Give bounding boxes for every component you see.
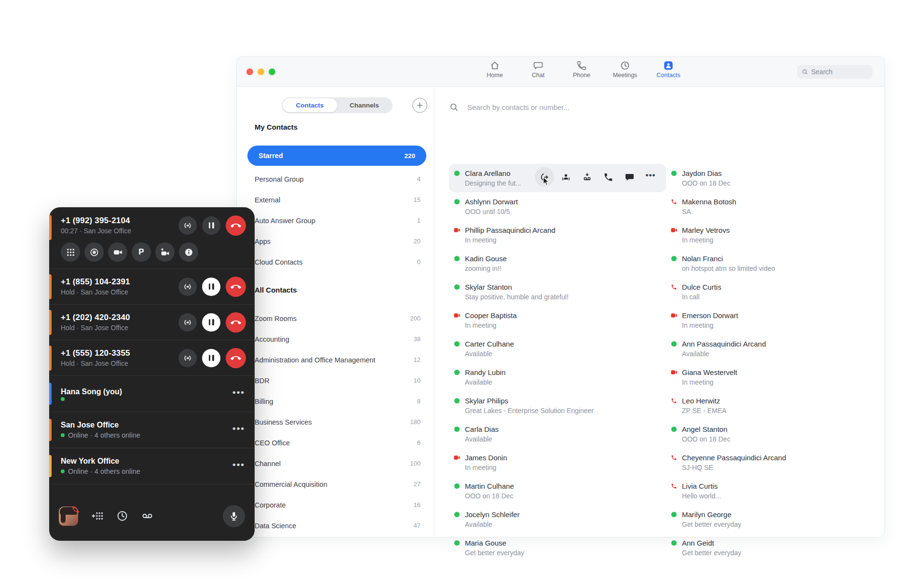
- sidebar-group-item[interactable]: Starred 220: [247, 146, 426, 166]
- contact-row[interactable]: Marley Vetrovs In meeting: [666, 221, 880, 249]
- contact-row[interactable]: Carter Culhane Available: [449, 334, 666, 363]
- end-call-button[interactable]: [226, 277, 246, 297]
- phone-line-row[interactable]: Hana Song (you) •••: [49, 376, 255, 412]
- sidebar-group-item[interactable]: External 15: [247, 189, 426, 210]
- park-button[interactable]: P: [132, 242, 151, 262]
- contact-row[interactable]: Leo Herwitz ZP SE - EMEA: [666, 391, 880, 420]
- tab-phone[interactable]: Phone: [560, 60, 603, 79]
- avatar[interactable]: [59, 507, 78, 526]
- tab-chat[interactable]: Chat: [516, 60, 560, 79]
- contact-row[interactable]: Skylar Philips Great Lakes - Enterprise …: [449, 391, 666, 420]
- contact-row[interactable]: James Donin In meeting: [449, 448, 666, 477]
- tab-contacts[interactable]: Contacts: [647, 60, 690, 79]
- contact-row[interactable]: Nolan Franci on hotspot atm so limited v…: [666, 249, 880, 278]
- phone-line-row[interactable]: San Jose Office Online · 4 others online…: [49, 412, 255, 448]
- contact-row[interactable]: Carla Dias Available: [449, 420, 666, 448]
- call-row[interactable]: +1 (992) 395-2104 00:27 · San Jose Offic…: [49, 207, 255, 269]
- sidebar-group-item[interactable]: Auto Answer Group 1: [247, 210, 426, 231]
- sidebar-group-item[interactable]: Zoom Rooms 200: [247, 308, 426, 329]
- contact-row[interactable]: Ann Geidt Get better everyday: [666, 534, 880, 562]
- phone-line-row[interactable]: New York Office Online · 4 others online…: [49, 448, 255, 484]
- contacts-search-input[interactable]: [467, 103, 670, 111]
- info-button[interactable]: [179, 242, 198, 262]
- sidebar-group-item[interactable]: Cloud Contacts 0: [247, 252, 426, 272]
- contact-row[interactable]: Jaydon Dias OOO on 18 Dec: [666, 164, 880, 192]
- contact-row[interactable]: Livia Curtis Hello world...: [666, 477, 880, 505]
- contact-row[interactable]: Jocelyn Schleifer Available: [449, 505, 666, 534]
- sidebar-group-item[interactable]: Commercial Acquisition 27: [247, 474, 426, 494]
- end-call-button[interactable]: [226, 215, 246, 236]
- contact-row[interactable]: Giana Westervelt In meeting: [666, 363, 880, 391]
- transfer-call-button[interactable]: [178, 216, 197, 235]
- sidebar-group-item[interactable]: Corporate 16: [247, 494, 426, 515]
- sidebar-group-item[interactable]: Personal Group 4: [247, 169, 426, 189]
- meet-button[interactable]: [556, 167, 575, 187]
- sidebar-group-item[interactable]: BDR 10: [247, 370, 426, 391]
- contact-status: Stay positive, humble and grateful!: [465, 292, 569, 302]
- transfer-to-voicemail-button[interactable]: [577, 167, 597, 187]
- dialpad-add-button[interactable]: [91, 510, 103, 522]
- tab-meetings[interactable]: Meetings: [603, 60, 647, 79]
- transfer-call-button[interactable]: [178, 278, 197, 296]
- hold-button[interactable]: [202, 278, 220, 296]
- contact-row[interactable]: Skylar Stanton Stay positive, humble and…: [449, 278, 666, 306]
- hold-button[interactable]: [202, 216, 220, 235]
- tab-home[interactable]: Home: [473, 60, 516, 79]
- sidebar-group-item[interactable]: Channel 100: [247, 453, 426, 474]
- record-button[interactable]: [84, 242, 104, 262]
- tab-contacts-segment[interactable]: Contacts: [283, 98, 337, 112]
- sidebar-group-item[interactable]: Data Science 47: [247, 515, 426, 536]
- contact-row[interactable]: Kadin Gouse zooming in!!: [449, 249, 666, 278]
- add-contact-button[interactable]: [412, 98, 427, 113]
- sidebar-group-item[interactable]: Billing 8: [247, 391, 426, 412]
- mic-button[interactable]: [223, 505, 245, 527]
- video-icon: [113, 247, 123, 257]
- contact-row[interactable]: Angel Stanton OOO on 18 Dec: [666, 420, 880, 448]
- contact-row[interactable]: Martin Culhane OOO on 18 Dec: [449, 477, 666, 505]
- transfer-call-button[interactable]: [178, 349, 197, 367]
- voicemail-button[interactable]: [141, 510, 153, 522]
- hold-button[interactable]: [202, 349, 220, 367]
- contact-row[interactable]: Randy Lubin Available: [449, 363, 666, 391]
- history-button[interactable]: [116, 510, 128, 522]
- add-video-button[interactable]: [155, 242, 175, 262]
- contact-row[interactable]: Makenna Botosh SA: [666, 192, 880, 221]
- contact-row[interactable]: Cooper Baptista In meeting: [449, 306, 666, 334]
- contact-row[interactable]: Emerson Dorwart In meeting: [666, 306, 880, 334]
- transfer-call-button[interactable]: [178, 313, 197, 332]
- chat-button[interactable]: [620, 167, 639, 187]
- end-call-button[interactable]: [226, 348, 246, 368]
- sidebar-group-item[interactable]: CEO Office 6: [247, 432, 426, 453]
- sidebar-group-item[interactable]: Accounting 38: [247, 329, 426, 349]
- sidebar-group-item[interactable]: Administration and Office Management 12: [247, 349, 426, 370]
- call-button[interactable]: [598, 167, 618, 187]
- contact-row[interactable]: Maria Gouse Get better everyday: [449, 534, 666, 562]
- tab-channels-segment[interactable]: Channels: [337, 98, 392, 112]
- video-button[interactable]: [108, 242, 127, 262]
- call-row[interactable]: +1 (555) 120-3355 Hold · San Jose Office: [49, 340, 255, 376]
- line-accent-bar: [49, 455, 52, 477]
- keypad-button[interactable]: [61, 242, 80, 262]
- contact-row[interactable]: Marilyn George Get better everyday: [666, 505, 880, 534]
- hold-button[interactable]: [202, 313, 220, 332]
- contact-row[interactable]: Ashlynn Dorwart OOO until 10/5: [449, 192, 666, 221]
- close-window-button[interactable]: [246, 68, 253, 75]
- contact-row[interactable]: Dulce Curtis In call: [666, 278, 880, 306]
- contact-row[interactable]: Ann Passaquindici Arcand Available: [666, 334, 880, 363]
- line-more-button[interactable]: •••: [232, 459, 245, 470]
- more-actions-button[interactable]: •••: [641, 167, 660, 187]
- zoom-window-button[interactable]: [269, 68, 275, 75]
- end-call-button[interactable]: [226, 312, 246, 333]
- contact-row[interactable]: Clara Arellano Designing the fut...: [449, 164, 666, 192]
- sidebar-group-item[interactable]: Business Services 180: [247, 412, 426, 432]
- contact-row[interactable]: Phillip Passaquindici Arcand In meeting: [449, 221, 666, 249]
- sidebar-group-item[interactable]: Apps 20: [247, 231, 426, 252]
- line-more-button[interactable]: •••: [232, 387, 245, 398]
- contact-row[interactable]: Cheyenne Passaquindici Arcand SJ-HQ SE: [666, 448, 880, 477]
- global-search[interactable]: Search: [797, 65, 872, 79]
- minimize-window-button[interactable]: [258, 68, 264, 75]
- transfer-call-button[interactable]: [535, 167, 554, 187]
- call-row[interactable]: +1 (202) 420-2340 Hold · San Jose Office: [49, 305, 255, 340]
- line-more-button[interactable]: •••: [232, 423, 245, 434]
- call-row[interactable]: +1 (855) 104-2391 Hold · San Jose Office: [49, 269, 255, 305]
